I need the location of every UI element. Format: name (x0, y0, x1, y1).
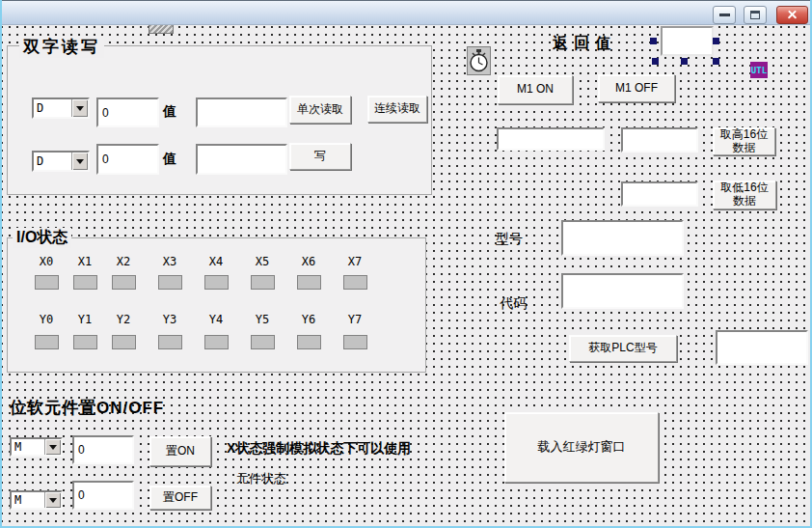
model-label: 型号 (496, 231, 523, 248)
device-select-row2[interactable]: D (32, 151, 90, 172)
io-y-indicator (112, 335, 136, 349)
io-y-label: Y2 (109, 313, 138, 326)
selection-handle[interactable] (681, 58, 688, 65)
io-y-label: Y1 (70, 313, 99, 326)
result-field[interactable] (716, 330, 808, 365)
element-status-label: 元件状态 (236, 470, 286, 487)
high-word-field[interactable] (621, 127, 698, 153)
data-field-1[interactable] (497, 127, 605, 151)
utl-icon[interactable]: UTL (750, 62, 768, 78)
force-hint-label: X状态强制模拟状态下可以使用 (227, 440, 411, 458)
io-x-indicator (73, 275, 97, 290)
io-y-indicator (158, 335, 182, 349)
selection-handle[interactable] (650, 38, 657, 44)
titlebar[interactable] (0, 0, 812, 25)
chevron-down-icon[interactable] (71, 99, 88, 117)
value-input-row2[interactable] (196, 144, 287, 175)
io-x-indicator (112, 275, 136, 290)
timer-icon[interactable] (467, 46, 491, 75)
low-word-field[interactable] (621, 181, 698, 207)
io-y-indicator (251, 335, 275, 349)
stopwatch-icon (469, 48, 489, 73)
maximize-icon (750, 11, 760, 19)
io-y-label: Y7 (340, 313, 369, 326)
read-continuous-button[interactable]: 连续读取 (367, 96, 427, 123)
set-on-button[interactable]: 置ON (149, 436, 211, 466)
dw-group: 双字读写 D 值 单次读取 连续读取 D 值 写 (7, 45, 432, 195)
m1-off-button[interactable]: M1 OFF (598, 74, 675, 102)
close-button[interactable] (776, 6, 808, 24)
load-traffic-light-button[interactable]: 载入红绿灯窗口 (504, 412, 659, 483)
minimize-button[interactable] (713, 6, 736, 24)
io-x-indicator (204, 275, 229, 290)
get-high16-button[interactable]: 取高16位 数据 (713, 127, 775, 155)
bit-device-select-on-value: M (12, 439, 44, 455)
io-x-label: X7 (340, 255, 369, 268)
io-x-label: X3 (155, 255, 184, 268)
io-y-label: Y4 (202, 313, 230, 326)
address-input-row2[interactable] (96, 144, 159, 175)
code-label: 代码 (500, 295, 527, 313)
m1-on-button[interactable]: M1 ON (498, 75, 573, 104)
io-y-indicator (35, 335, 59, 349)
read-once-button[interactable]: 单次读取 (289, 96, 351, 124)
bit-device-select-off-value: M (12, 492, 44, 508)
get-high16-line1: 取高16位 (720, 128, 768, 142)
io-y-indicator (343, 335, 367, 349)
io-x-indicator (35, 275, 59, 290)
get-high16-line2: 数据 (733, 142, 756, 155)
io-group-title: I/O状态 (13, 228, 71, 248)
bit-address-input-on[interactable] (72, 435, 134, 464)
app-window: 双字读写 D 值 单次读取 连续读取 D 值 写 I/O状态 X0 X1 (0, 0, 812, 528)
device-select-row2-value: D (34, 153, 71, 170)
dropdown-arrow-icon (76, 159, 84, 168)
return-value-input[interactable] (661, 26, 714, 56)
io-y-indicator (204, 335, 229, 349)
clipped-control-icon (149, 25, 174, 34)
bit-device-select-on[interactable]: M (10, 437, 63, 457)
io-x-label: X6 (294, 255, 323, 268)
get-low16-line2: 数据 (733, 195, 756, 208)
io-y-label: Y0 (32, 313, 61, 326)
bit-address-input-off[interactable] (72, 481, 134, 510)
get-low16-line1: 取低16位 (720, 181, 768, 195)
io-x-label: X2 (109, 255, 138, 268)
selection-handle[interactable] (652, 58, 659, 65)
io-x-label: X4 (202, 255, 230, 268)
set-off-button[interactable]: 置OFF (149, 486, 211, 510)
close-icon (786, 9, 798, 21)
io-x-indicator (343, 275, 367, 290)
io-x-indicator (297, 275, 321, 290)
write-button[interactable]: 写 (289, 143, 351, 170)
bit-device-select-off[interactable]: M (10, 490, 63, 510)
selection-handle[interactable] (713, 38, 719, 44)
device-select-row1-value: D (34, 99, 71, 117)
model-field[interactable] (561, 220, 684, 256)
get-plc-model-button[interactable]: 获取PLC型号 (569, 335, 677, 362)
io-y-indicator (297, 335, 321, 349)
chevron-down-icon[interactable] (44, 439, 61, 455)
value-label-row2: 值 (163, 151, 176, 168)
io-y-label: Y6 (294, 313, 323, 326)
maximize-button[interactable] (744, 6, 767, 24)
dw-group-title: 双字读写 (19, 36, 104, 58)
chevron-down-icon[interactable] (44, 492, 61, 508)
io-x-indicator (158, 275, 182, 290)
form-canvas[interactable]: 双字读写 D 值 单次读取 连续读取 D 值 写 I/O状态 X0 X1 (2, 25, 810, 526)
get-low16-button[interactable]: 取低16位 数据 (713, 181, 776, 209)
io-x-label: X5 (248, 255, 277, 268)
io-x-label: X1 (70, 255, 99, 268)
selection-handle[interactable] (713, 58, 719, 65)
code-field[interactable] (561, 273, 684, 309)
io-group: I/O状态 X0 X1 X2 X3 X4 X5 X6 X7 Y0 Y1 Y2 Y… (7, 237, 426, 373)
value-input-row1[interactable] (196, 97, 287, 127)
minimize-icon (719, 14, 730, 16)
value-label-row1: 值 (163, 103, 176, 121)
address-input-row1[interactable] (96, 97, 159, 127)
bits-section-title: 位软元件置ON/OFF (10, 397, 164, 419)
device-select-row1[interactable]: D (32, 97, 90, 119)
io-x-indicator (251, 275, 275, 290)
chevron-down-icon[interactable] (71, 153, 88, 170)
io-y-label: Y3 (155, 313, 184, 326)
dropdown-arrow-icon (49, 498, 57, 507)
